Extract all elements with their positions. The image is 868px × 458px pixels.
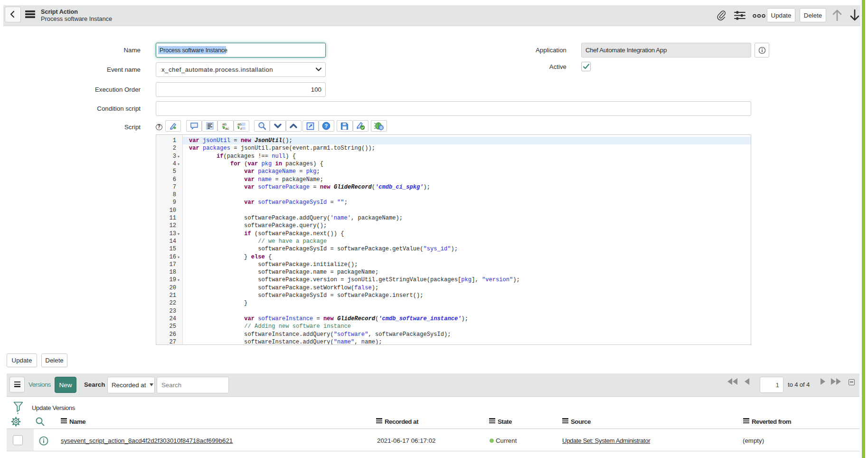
svg-text:ab: ab — [237, 122, 242, 126]
svg-text:8: 8 — [380, 125, 382, 130]
svg-text:ac: ac — [225, 126, 229, 130]
svg-text:ab: ab — [222, 122, 226, 126]
svg-text:?: ? — [325, 123, 328, 129]
